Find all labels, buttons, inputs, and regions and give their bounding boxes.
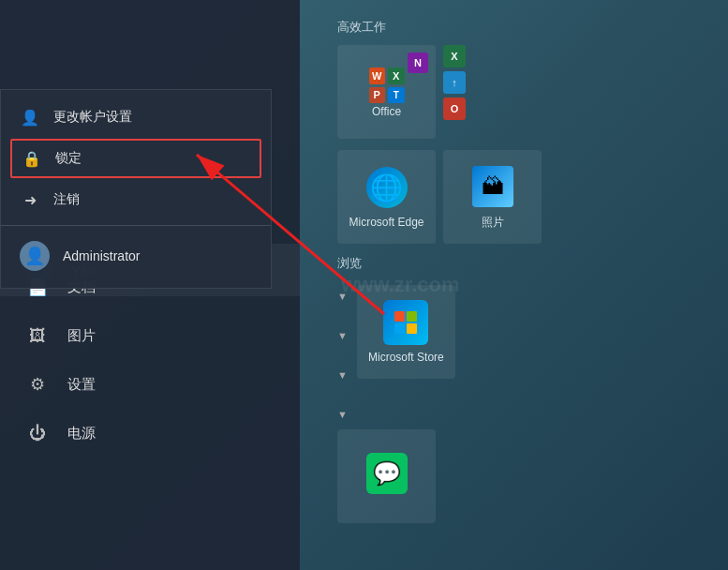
store-sq2 [407,311,417,322]
store-label: Microsoft Store [368,351,444,364]
edge-icon: 🌐 [364,165,409,210]
settings-label: 设置 [67,376,96,394]
section2-header: 浏览 [337,255,709,272]
chevron4[interactable]: ▼ [337,409,348,420]
ppt-mini-icon: P [369,87,386,104]
admin-label: Administrator [63,248,140,263]
popup-admin-user: 👤 Administrator [1,232,271,280]
wechat-row: 💬 [337,429,709,523]
lock-icon: 🔒 [22,148,42,169]
teams-mini-icon: T [388,87,405,104]
popup-lock[interactable]: 🔒 锁定 [10,139,261,178]
section1-header: 高效工作 [337,19,709,36]
office-tile[interactable]: N W X P T Office [337,45,436,139]
store-sq1 [394,311,405,322]
photos-icon: 🏔 [470,164,515,209]
office-label: Office [372,105,401,118]
chevron1[interactable]: ▼ [337,291,348,302]
store-icon-shape [383,300,428,345]
edge-label: Microsoft Edge [349,216,423,229]
apps-area: 高效工作 N W X P T Office X ↑ O 🌐 Microsoft … [319,0,728,570]
photos-tile[interactable]: 🏔 照片 [443,150,542,244]
word-mini-icon: W [369,68,386,84]
power-label: 电源 [67,425,96,442]
wechat-icon-shape: 💬 [366,453,408,494]
edge-icon-shape: 🌐 [366,167,408,208]
popup-account-settings[interactable]: 👤 更改帐户设置 [1,98,271,137]
onenote-mini-icon: N [408,52,428,73]
sidebar-item-power[interactable]: ⏻ 电源 [0,409,300,458]
store-tile[interactable]: Microsoft Store [357,285,455,379]
office-extra-icons: X ↑ O [443,45,490,139]
admin-avatar: 👤 [20,241,50,271]
popup-divider [1,225,271,226]
edge-tile[interactable]: 🌐 Microsoft Edge [337,150,436,244]
lock-label: 锁定 [55,150,82,167]
sidebar-item-pictures[interactable]: 🖼 图片 [0,311,300,360]
chevrons-col: ▼ ▼ ▼ ▼ [337,281,353,420]
store-sq4 [407,323,417,334]
photos-icon-shape: 🏔 [472,166,513,207]
photos-label: 照片 [482,215,504,231]
wechat-icon: 💬 [364,451,409,496]
wechat-tile[interactable]: 💬 [337,429,436,523]
chevron2[interactable]: ▼ [337,330,348,341]
sidebar-menu: 📄 文档 🖼 图片 ⚙ 设置 ⏻ 电源 [0,262,300,458]
store-grid [394,311,417,334]
apps-grid-productive: N W X P T Office X ↑ O [337,45,709,139]
settings-icon: ⚙ [26,373,49,396]
account-settings-icon: 👤 [20,107,40,128]
apps-grid-browse-row: 🌐 Microsoft Edge 🏔 照片 [337,150,709,244]
store-sq3 [394,323,405,334]
chevron3[interactable]: ▼ [337,369,348,381]
pictures-icon: 🖼 [26,324,49,347]
expand-rows: ▼ ▼ ▼ ▼ Microsoft Store [337,281,709,420]
user-popup: 👤 更改帐户设置 🔒 锁定 ➜ 注销 👤 Administrator [0,89,272,289]
logout-icon: ➜ [20,189,40,210]
office-icons-grid: W X P T [367,66,407,105]
excel-mini-icon: X [388,68,405,84]
account-settings-label: 更改帐户设置 [53,109,132,126]
pictures-label: 图片 [67,327,96,345]
popup-logout[interactable]: ➜ 注销 [1,180,271,219]
power-icon: ⏻ [26,422,49,444]
sidebar-item-settings[interactable]: ⚙ 设置 [0,360,300,409]
excel-icon-small: X [443,45,466,68]
logout-label: 注销 [53,191,80,208]
store-icon [383,300,428,345]
onedrive-icon-small: ↑ [443,71,466,94]
outlook-icon-small: O [443,98,466,120]
